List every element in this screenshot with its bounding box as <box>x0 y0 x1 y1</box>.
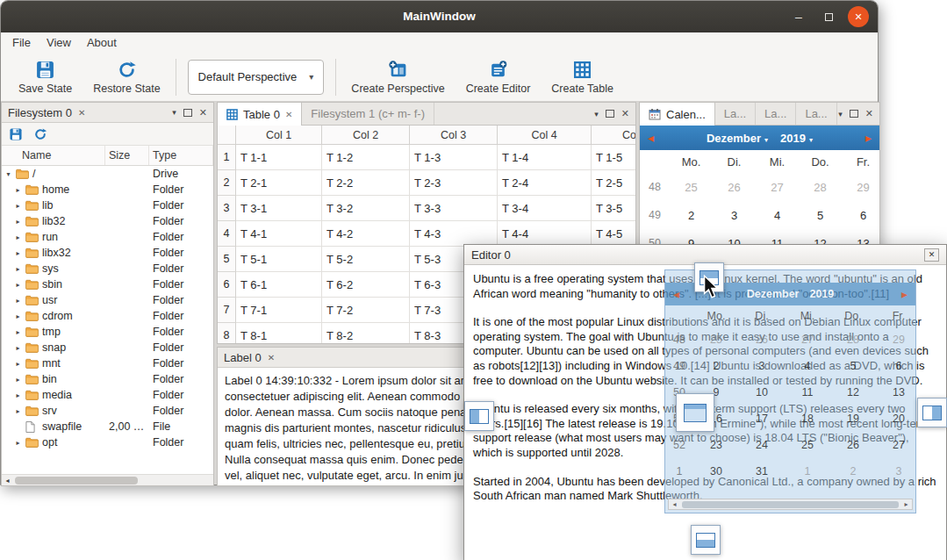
table-cell[interactable]: T 6-2 <box>322 272 410 298</box>
dock-indicator-center[interactable] <box>676 393 714 432</box>
tree-caret-icon[interactable]: ▸ <box>14 202 22 210</box>
table-row-number[interactable]: 5 <box>218 247 236 272</box>
table-cell[interactable]: T 1-2 <box>322 145 410 170</box>
tree-row[interactable]: ▸cdromFolder <box>2 308 213 324</box>
column-header-name[interactable]: Name <box>2 146 105 165</box>
close-button[interactable]: ✕ <box>848 6 869 27</box>
table-cell[interactable]: T 4-1 <box>236 221 322 247</box>
tree-caret-icon[interactable]: ▾ <box>4 170 12 178</box>
table-cell[interactable]: T 3-5 <box>592 196 635 221</box>
tree-caret-icon[interactable]: ▸ <box>14 186 22 194</box>
table-cell[interactable]: T 8-1 <box>236 323 322 343</box>
panel-menu-icon[interactable]: ▾ <box>838 110 843 118</box>
tree-row[interactable]: swapfile2,00 …File <box>2 419 213 434</box>
panel-menu-icon[interactable]: ▾ <box>594 110 599 118</box>
maximize-button[interactable] <box>818 6 839 27</box>
tree-caret-icon[interactable]: ▸ <box>14 249 22 257</box>
calendar-month[interactable]: Dezember▾ <box>707 132 768 145</box>
table-cell[interactable]: T 1-4 <box>498 145 592 170</box>
tree-row[interactable]: ▸usrFolder <box>2 292 213 308</box>
table-column-header[interactable]: Col 1 <box>236 126 322 145</box>
calendar-date[interactable]: 26 <box>713 181 756 194</box>
right-tab-1[interactable]: La... <box>715 102 756 125</box>
table-cell[interactable]: T 8-2 <box>322 323 410 343</box>
tree-row[interactable]: ▸srvFolder <box>2 403 213 419</box>
table-cell[interactable]: T 3-2 <box>322 196 410 221</box>
calendar-date[interactable]: 3 <box>713 209 756 222</box>
table-cell[interactable]: T 3-3 <box>410 196 498 221</box>
right-tab-0[interactable]: Calen... <box>640 102 715 126</box>
tree-row[interactable]: ▸libx32Folder <box>2 245 213 261</box>
table-cell[interactable]: T 4-4 <box>498 221 592 247</box>
table-cell[interactable]: T 1-5 <box>592 145 635 170</box>
table-column-header[interactable]: Col 5 <box>592 126 635 145</box>
table-row-number[interactable]: 1 <box>218 145 236 170</box>
calendar-year[interactable]: 2019▾ <box>780 132 813 145</box>
create-perspective-button[interactable]: Create Perspective <box>341 57 455 97</box>
table-header-row[interactable]: Col 1Col 2Col 3Col 4Col 5 <box>218 126 635 145</box>
menu-item-view[interactable]: View <box>39 34 79 51</box>
tree-caret-icon[interactable]: ▸ <box>14 265 22 273</box>
tree-row[interactable]: ▾/Drive <box>2 166 213 182</box>
tree-row[interactable]: ▸binFolder <box>2 371 213 387</box>
tree-caret-icon[interactable]: ▸ <box>14 312 22 320</box>
tree-row[interactable]: ▸mntFolder <box>2 355 213 371</box>
table-column-header[interactable]: Col 2 <box>322 126 410 145</box>
restore-icon[interactable] <box>33 127 47 141</box>
tree-caret-icon[interactable]: ▸ <box>14 281 22 289</box>
panel-float-icon[interactable] <box>183 109 192 117</box>
table-cell[interactable]: T 2-3 <box>410 170 498 196</box>
panel-menu-icon[interactable]: ▾ <box>172 108 176 117</box>
panel-close-icon[interactable]: ✕ <box>199 107 207 118</box>
table-cell[interactable]: T 7-2 <box>322 298 410 323</box>
table-cell[interactable]: T 3-1 <box>236 196 322 221</box>
filesystem-close-icon[interactable]: ✕ <box>78 108 85 118</box>
panel-close-icon[interactable]: ✕ <box>621 108 629 119</box>
table-cell[interactable]: T 4-5 <box>592 221 635 247</box>
label-close-icon[interactable]: ✕ <box>268 353 275 363</box>
table-cell[interactable]: T 7-1 <box>236 298 322 323</box>
calendar-next-icon[interactable]: ▸ <box>865 126 872 150</box>
restore-state-button[interactable]: Restore State <box>83 57 170 97</box>
tree-row[interactable]: ▸snapFolder <box>2 340 213 355</box>
tree-caret-icon[interactable]: ▸ <box>14 391 22 399</box>
calendar-prev-icon[interactable]: ◂ <box>648 126 654 150</box>
tree-row[interactable]: ▸homeFolder <box>2 182 213 197</box>
panel-close-icon[interactable]: ✕ <box>865 108 873 119</box>
table-row-number[interactable]: 6 <box>218 272 236 298</box>
window-titlebar[interactable]: MainWindow – ✕ <box>1 1 878 32</box>
table-column-header[interactable]: Col 3 <box>410 126 498 145</box>
scroll-left-icon[interactable]: ◂ <box>2 475 13 486</box>
dock-indicator-left[interactable] <box>464 401 494 431</box>
scroll-thumb[interactable] <box>15 477 138 485</box>
dock-indicator-right[interactable] <box>917 398 947 427</box>
minimize-button[interactable]: – <box>788 6 809 27</box>
menu-item-about[interactable]: About <box>79 34 125 51</box>
editor-close-button[interactable]: ✕ <box>924 248 939 262</box>
table-cell[interactable]: T 6-1 <box>236 272 322 298</box>
tree-row[interactable]: ▸optFolder <box>2 434 213 450</box>
center-tab-0[interactable]: Table 0✕ <box>218 102 302 126</box>
calendar-date[interactable]: 5 <box>799 209 842 222</box>
table-cell[interactable]: T 1-3 <box>410 145 498 170</box>
filesystem-panel-titlebar[interactable]: Filesystem 0 ✕ ▾ ✕ <box>2 103 213 123</box>
dock-indicator-bottom[interactable] <box>691 525 721 555</box>
table-row-number[interactable]: 3 <box>218 196 236 221</box>
filesystem-header[interactable]: Name Size Type <box>2 146 213 166</box>
table-cell[interactable]: T 2-5 <box>592 170 635 196</box>
table-row-number[interactable]: 2 <box>218 170 236 196</box>
table-row-number[interactable]: 7 <box>218 298 236 323</box>
table-cell[interactable]: T 2-2 <box>322 170 410 196</box>
right-tab-2[interactable]: La... <box>756 102 796 125</box>
tree-caret-icon[interactable]: ▸ <box>14 439 22 447</box>
tree-row[interactable]: ▸libFolder <box>2 197 213 213</box>
calendar-date[interactable]: 2 <box>670 209 713 222</box>
tree-row[interactable]: ▸sysFolder <box>2 261 213 276</box>
tree-caret-icon[interactable]: ▸ <box>14 297 22 305</box>
tree-row[interactable]: ▸mediaFolder <box>2 387 213 403</box>
create-table-button[interactable]: Create Table <box>541 57 624 97</box>
right-tab-3[interactable]: La... <box>796 102 836 125</box>
tree-row[interactable]: ▸lib32Folder <box>2 213 213 229</box>
panel-float-icon[interactable] <box>606 110 614 118</box>
tree-caret-icon[interactable]: ▸ <box>14 407 22 415</box>
